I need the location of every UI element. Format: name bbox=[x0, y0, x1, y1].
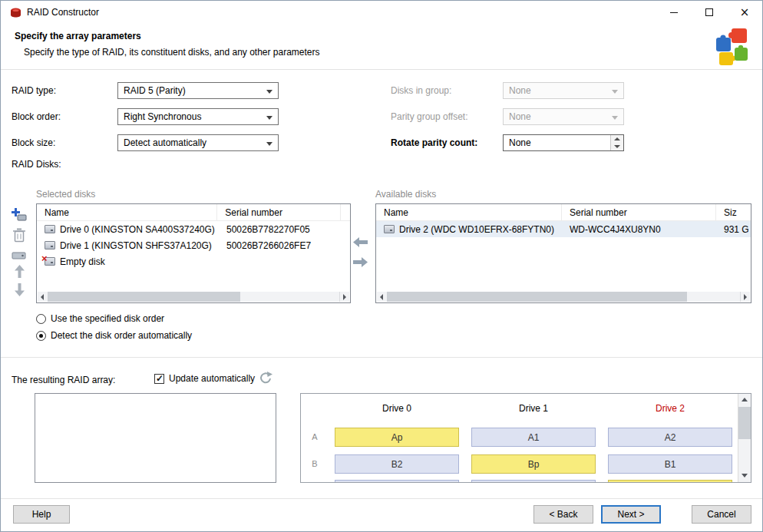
result-label: The resulting RAID array: bbox=[12, 375, 115, 385]
disk-serial: 50026B7782270F05 bbox=[219, 221, 343, 237]
grid-column-drive0: Drive 0 bbox=[329, 403, 465, 414]
disk-size: 931 G bbox=[716, 221, 751, 237]
add-disk-icon bbox=[11, 207, 27, 223]
checkbox-icon[interactable] bbox=[154, 374, 164, 384]
block-cell: B2 bbox=[335, 454, 459, 474]
disk-name: Drive 1 (KINGSTON SHFS37A120G) bbox=[60, 240, 212, 251]
wizard-header: Specify the array parameters Specify the… bbox=[1, 24, 762, 70]
close-icon[interactable]: × bbox=[727, 1, 762, 24]
scrollbar-track[interactable] bbox=[387, 292, 740, 302]
puzzle-logo-icon bbox=[712, 27, 750, 67]
radio-label: Use the specified disk order bbox=[51, 313, 164, 324]
move-to-available-button[interactable] bbox=[353, 257, 368, 269]
minimize-icon[interactable] bbox=[656, 1, 692, 24]
scroll-down-icon[interactable] bbox=[738, 470, 751, 482]
disks-in-group-select: None bbox=[503, 82, 624, 99]
column-header-size[interactable]: Siz bbox=[716, 204, 751, 220]
scroll-right-icon[interactable] bbox=[339, 292, 349, 302]
cancel-button[interactable]: Cancel bbox=[692, 505, 751, 524]
disk-serial bbox=[219, 253, 343, 269]
spin-down-icon[interactable] bbox=[611, 143, 623, 150]
scroll-left-icon[interactable] bbox=[377, 292, 387, 302]
back-button[interactable]: < Back bbox=[533, 505, 593, 524]
vertical-scrollbar bbox=[738, 394, 751, 482]
parity-group-offset-label: Parity group offset: bbox=[391, 111, 468, 122]
page-subtitle: Specify the type of RAID, its constituen… bbox=[24, 47, 320, 58]
move-to-selected-button[interactable] bbox=[353, 237, 368, 249]
window-title: RAID Constructor bbox=[27, 7, 99, 18]
divider bbox=[1, 357, 762, 358]
app-icon bbox=[10, 7, 21, 18]
table-row[interactable]: Drive 1 (KINGSTON SHFS37A120G) 50026B726… bbox=[37, 237, 350, 253]
selected-disks-table: Name Serial number Drive 0 (KINGSTON SA4… bbox=[36, 203, 351, 303]
rotate-parity-value: None bbox=[509, 137, 531, 148]
disk-icon bbox=[45, 225, 55, 233]
disk-serial: WD-WCC4J4XU8YN0 bbox=[562, 221, 716, 237]
help-button[interactable]: Help bbox=[13, 505, 70, 524]
move-up-button[interactable] bbox=[15, 265, 25, 280]
add-disk-button[interactable] bbox=[11, 207, 27, 225]
scroll-right-icon[interactable] bbox=[740, 292, 750, 302]
scrollbar-track[interactable] bbox=[48, 292, 339, 302]
block-cell: A2 bbox=[608, 428, 732, 447]
column-header-serial[interactable]: Serial number bbox=[217, 204, 341, 220]
column-header-name[interactable]: Name bbox=[37, 204, 217, 220]
block-size-select[interactable]: Detect automatically bbox=[117, 134, 279, 151]
radio-icon[interactable] bbox=[36, 314, 46, 324]
move-down-button[interactable] bbox=[15, 283, 25, 299]
drive-icon bbox=[12, 250, 26, 261]
column-header-name[interactable]: Name bbox=[376, 204, 562, 220]
block-cell: Bp bbox=[471, 454, 596, 474]
raid-type-select[interactable]: RAID 5 (Parity) bbox=[117, 82, 279, 99]
page-title: Specify the array parameters bbox=[15, 31, 141, 41]
next-button[interactable]: Next > bbox=[601, 505, 661, 524]
delete-disk-button[interactable] bbox=[13, 228, 25, 245]
arrow-up-icon bbox=[15, 265, 25, 278]
scrollbar-thumb[interactable] bbox=[738, 407, 751, 439]
horizontal-scrollbar bbox=[38, 292, 349, 302]
spin-up-icon[interactable] bbox=[611, 135, 623, 143]
empty-disk-icon bbox=[45, 257, 55, 266]
update-automatically-checkbox[interactable]: Update automatically bbox=[154, 373, 255, 384]
disk-serial: 50026B7266026FE7 bbox=[219, 237, 343, 253]
block-order-label: Block order: bbox=[12, 111, 61, 122]
scrollbar-thumb[interactable] bbox=[48, 292, 240, 302]
disks-in-group-label: Disks in group: bbox=[391, 85, 451, 96]
block-cell bbox=[335, 480, 459, 483]
block-cell: Ap bbox=[335, 428, 459, 447]
titlebar: RAID Constructor × bbox=[1, 1, 762, 24]
block-order-select[interactable]: Right Synchronous bbox=[117, 108, 279, 125]
radio-icon[interactable] bbox=[36, 331, 46, 341]
available-disks-table: Name Serial number Siz Drive 2 (WDC WD10… bbox=[375, 203, 751, 303]
column-header-extra bbox=[341, 204, 350, 220]
spinner bbox=[610, 135, 623, 150]
rotate-parity-label: Rotate parity count: bbox=[391, 137, 477, 148]
scrollbar-thumb[interactable] bbox=[387, 292, 687, 302]
block-cell bbox=[608, 480, 732, 483]
maximize-icon[interactable] bbox=[692, 1, 727, 24]
block-cell bbox=[471, 480, 596, 483]
arrow-right-icon bbox=[353, 257, 368, 267]
table-row[interactable]: Drive 0 (KINGSTON SA400S37240G) 50026B77… bbox=[37, 221, 350, 237]
selected-disks-header: Name Serial number bbox=[37, 204, 350, 221]
array-preview-box bbox=[35, 393, 276, 483]
disk-name: Drive 0 (KINGSTON SA400S37240G) bbox=[60, 224, 215, 235]
rotate-parity-input[interactable]: None bbox=[503, 134, 624, 151]
radio-label: Detect the disk order automatically bbox=[51, 330, 192, 341]
table-row[interactable]: Drive 2 (WDC WD10EFRX-68FYTN0) WD-WCC4J4… bbox=[376, 221, 751, 237]
scroll-up-icon[interactable] bbox=[738, 394, 751, 406]
block-cell: A1 bbox=[471, 428, 596, 447]
empty-disk-button[interactable] bbox=[12, 250, 26, 263]
grid-row-label: B bbox=[301, 459, 329, 468]
block-cell: B1 bbox=[608, 454, 732, 474]
available-disks-caption: Available disks bbox=[375, 189, 436, 200]
refresh-button[interactable] bbox=[259, 372, 273, 387]
column-header-serial[interactable]: Serial number bbox=[562, 204, 716, 220]
radio-detect-order[interactable]: Detect the disk order automatically bbox=[36, 330, 192, 341]
raid-type-label: RAID type: bbox=[12, 85, 56, 96]
table-row[interactable]: Empty disk bbox=[37, 253, 350, 269]
parity-group-offset-select: None bbox=[503, 108, 624, 125]
radio-specified-order[interactable]: Use the specified disk order bbox=[36, 313, 164, 324]
grid-row-label: A bbox=[301, 432, 329, 441]
scroll-left-icon[interactable] bbox=[38, 292, 48, 302]
